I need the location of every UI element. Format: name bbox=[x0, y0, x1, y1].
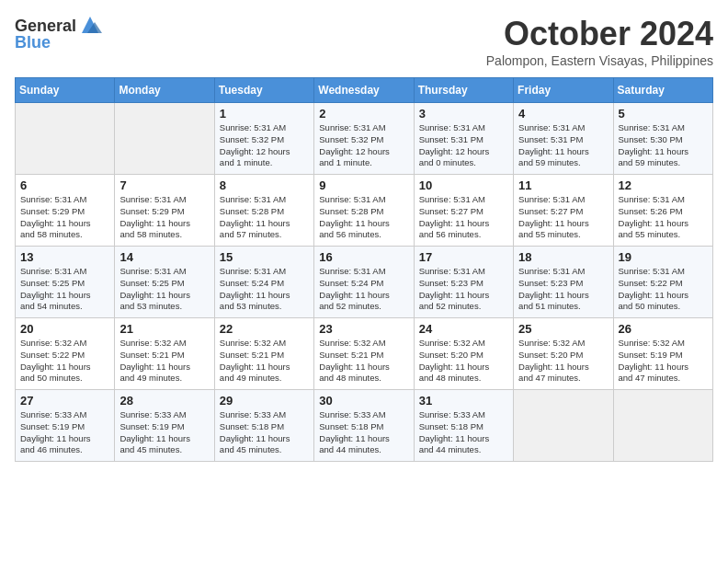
calendar-cell: 12Sunrise: 5:31 AM Sunset: 5:26 PM Dayli… bbox=[613, 175, 712, 247]
calendar-cell: 13Sunrise: 5:31 AM Sunset: 5:25 PM Dayli… bbox=[16, 247, 115, 318]
calendar-cell: 6Sunrise: 5:31 AM Sunset: 5:29 PM Daylig… bbox=[16, 175, 115, 247]
weekday-header: Wednesday bbox=[314, 78, 414, 103]
cell-info: Sunrise: 5:31 AM Sunset: 5:31 PM Dayligh… bbox=[518, 122, 608, 169]
calendar-cell: 31Sunrise: 5:33 AM Sunset: 5:18 PM Dayli… bbox=[414, 390, 513, 462]
day-number: 21 bbox=[119, 322, 209, 336]
cell-info: Sunrise: 5:31 AM Sunset: 5:27 PM Dayligh… bbox=[518, 194, 608, 241]
cell-info: Sunrise: 5:32 AM Sunset: 5:21 PM Dayligh… bbox=[319, 338, 408, 385]
cell-info: Sunrise: 5:31 AM Sunset: 5:24 PM Dayligh… bbox=[319, 266, 408, 313]
calendar-week-row: 20Sunrise: 5:32 AM Sunset: 5:22 PM Dayli… bbox=[16, 318, 713, 390]
weekday-header: Monday bbox=[115, 78, 214, 103]
calendar-week-row: 6Sunrise: 5:31 AM Sunset: 5:29 PM Daylig… bbox=[16, 175, 713, 247]
weekday-header: Saturday bbox=[613, 78, 712, 103]
cell-info: Sunrise: 5:33 AM Sunset: 5:18 PM Dayligh… bbox=[220, 409, 309, 456]
calendar-table: SundayMondayTuesdayWednesdayThursdayFrid… bbox=[15, 77, 713, 462]
calendar-cell: 27Sunrise: 5:33 AM Sunset: 5:19 PM Dayli… bbox=[16, 390, 115, 462]
day-number: 15 bbox=[220, 250, 309, 264]
cell-info: Sunrise: 5:32 AM Sunset: 5:20 PM Dayligh… bbox=[419, 338, 508, 385]
day-number: 22 bbox=[220, 322, 309, 336]
day-number: 18 bbox=[518, 250, 608, 264]
calendar-cell: 11Sunrise: 5:31 AM Sunset: 5:27 PM Dayli… bbox=[514, 175, 613, 247]
cell-info: Sunrise: 5:31 AM Sunset: 5:32 PM Dayligh… bbox=[319, 122, 408, 169]
calendar-cell: 8Sunrise: 5:31 AM Sunset: 5:28 PM Daylig… bbox=[214, 175, 313, 247]
cell-info: Sunrise: 5:33 AM Sunset: 5:18 PM Dayligh… bbox=[319, 409, 408, 456]
cell-info: Sunrise: 5:31 AM Sunset: 5:31 PM Dayligh… bbox=[419, 122, 508, 169]
cell-info: Sunrise: 5:33 AM Sunset: 5:18 PM Dayligh… bbox=[419, 409, 508, 456]
cell-info: Sunrise: 5:32 AM Sunset: 5:21 PM Dayligh… bbox=[119, 338, 209, 385]
day-number: 24 bbox=[419, 322, 508, 336]
calendar-cell: 25Sunrise: 5:32 AM Sunset: 5:20 PM Dayli… bbox=[514, 318, 613, 390]
location-subtitle: Palompon, Eastern Visayas, Philippines bbox=[486, 53, 713, 68]
day-number: 20 bbox=[20, 322, 109, 336]
month-title: October 2024 bbox=[486, 15, 713, 53]
cell-info: Sunrise: 5:31 AM Sunset: 5:30 PM Dayligh… bbox=[619, 122, 708, 169]
day-number: 2 bbox=[319, 107, 408, 121]
day-number: 29 bbox=[220, 394, 309, 408]
day-number: 30 bbox=[319, 394, 408, 408]
day-number: 3 bbox=[419, 107, 508, 121]
cell-info: Sunrise: 5:31 AM Sunset: 5:32 PM Dayligh… bbox=[220, 122, 309, 169]
title-block: October 2024 Palompon, Eastern Visayas, … bbox=[486, 15, 713, 68]
cell-info: Sunrise: 5:33 AM Sunset: 5:19 PM Dayligh… bbox=[20, 409, 109, 456]
cell-info: Sunrise: 5:31 AM Sunset: 5:25 PM Dayligh… bbox=[20, 266, 109, 313]
calendar-week-row: 27Sunrise: 5:33 AM Sunset: 5:19 PM Dayli… bbox=[16, 390, 713, 462]
day-number: 31 bbox=[419, 394, 508, 408]
calendar-cell: 20Sunrise: 5:32 AM Sunset: 5:22 PM Dayli… bbox=[16, 318, 115, 390]
calendar-cell bbox=[514, 390, 613, 462]
calendar-cell: 17Sunrise: 5:31 AM Sunset: 5:23 PM Dayli… bbox=[414, 247, 513, 318]
calendar-cell: 26Sunrise: 5:32 AM Sunset: 5:19 PM Dayli… bbox=[613, 318, 712, 390]
day-number: 25 bbox=[518, 322, 608, 336]
day-number: 27 bbox=[20, 394, 109, 408]
calendar-cell: 9Sunrise: 5:31 AM Sunset: 5:28 PM Daylig… bbox=[314, 175, 414, 247]
day-number: 17 bbox=[419, 250, 508, 264]
cell-info: Sunrise: 5:31 AM Sunset: 5:23 PM Dayligh… bbox=[518, 266, 608, 313]
cell-info: Sunrise: 5:31 AM Sunset: 5:24 PM Dayligh… bbox=[220, 266, 309, 313]
day-number: 4 bbox=[518, 107, 608, 121]
calendar-cell: 22Sunrise: 5:32 AM Sunset: 5:21 PM Dayli… bbox=[214, 318, 313, 390]
day-number: 12 bbox=[619, 178, 708, 192]
cell-info: Sunrise: 5:31 AM Sunset: 5:29 PM Dayligh… bbox=[119, 194, 209, 241]
cell-info: Sunrise: 5:31 AM Sunset: 5:29 PM Dayligh… bbox=[20, 194, 109, 241]
logo: General Blue bbox=[15, 15, 102, 52]
calendar-cell: 7Sunrise: 5:31 AM Sunset: 5:29 PM Daylig… bbox=[115, 175, 214, 247]
day-number: 13 bbox=[20, 250, 109, 264]
cell-info: Sunrise: 5:32 AM Sunset: 5:21 PM Dayligh… bbox=[220, 338, 309, 385]
calendar-cell: 30Sunrise: 5:33 AM Sunset: 5:18 PM Dayli… bbox=[314, 390, 414, 462]
calendar-cell bbox=[613, 390, 712, 462]
cell-info: Sunrise: 5:31 AM Sunset: 5:28 PM Dayligh… bbox=[220, 194, 309, 241]
day-number: 8 bbox=[220, 178, 309, 192]
weekday-header: Sunday bbox=[16, 78, 115, 103]
day-number: 23 bbox=[319, 322, 408, 336]
calendar-cell: 23Sunrise: 5:32 AM Sunset: 5:21 PM Dayli… bbox=[314, 318, 414, 390]
weekday-header: Friday bbox=[514, 78, 613, 103]
cell-info: Sunrise: 5:32 AM Sunset: 5:19 PM Dayligh… bbox=[619, 338, 708, 385]
calendar-cell: 24Sunrise: 5:32 AM Sunset: 5:20 PM Dayli… bbox=[414, 318, 513, 390]
cell-info: Sunrise: 5:31 AM Sunset: 5:23 PM Dayligh… bbox=[419, 266, 508, 313]
cell-info: Sunrise: 5:32 AM Sunset: 5:20 PM Dayligh… bbox=[518, 338, 608, 385]
calendar-cell: 16Sunrise: 5:31 AM Sunset: 5:24 PM Dayli… bbox=[314, 247, 414, 318]
calendar-cell: 28Sunrise: 5:33 AM Sunset: 5:19 PM Dayli… bbox=[115, 390, 214, 462]
calendar-week-row: 13Sunrise: 5:31 AM Sunset: 5:25 PM Dayli… bbox=[16, 247, 713, 318]
calendar-cell: 2Sunrise: 5:31 AM Sunset: 5:32 PM Daylig… bbox=[314, 103, 414, 175]
cell-info: Sunrise: 5:31 AM Sunset: 5:25 PM Dayligh… bbox=[119, 266, 209, 313]
calendar-cell: 15Sunrise: 5:31 AM Sunset: 5:24 PM Dayli… bbox=[214, 247, 313, 318]
day-number: 28 bbox=[119, 394, 209, 408]
calendar-cell: 18Sunrise: 5:31 AM Sunset: 5:23 PM Dayli… bbox=[514, 247, 613, 318]
logo-blue: Blue bbox=[15, 33, 51, 52]
calendar-cell: 19Sunrise: 5:31 AM Sunset: 5:22 PM Dayli… bbox=[613, 247, 712, 318]
day-number: 6 bbox=[20, 178, 109, 192]
day-number: 19 bbox=[619, 250, 708, 264]
weekday-header: Thursday bbox=[414, 78, 513, 103]
header-row: SundayMondayTuesdayWednesdayThursdayFrid… bbox=[16, 78, 713, 103]
calendar-cell: 14Sunrise: 5:31 AM Sunset: 5:25 PM Dayli… bbox=[115, 247, 214, 318]
calendar-week-row: 1Sunrise: 5:31 AM Sunset: 5:32 PM Daylig… bbox=[16, 103, 713, 175]
calendar-cell: 5Sunrise: 5:31 AM Sunset: 5:30 PM Daylig… bbox=[613, 103, 712, 175]
logo-icon bbox=[78, 13, 102, 37]
day-number: 14 bbox=[119, 250, 209, 264]
weekday-header: Tuesday bbox=[214, 78, 313, 103]
calendar-cell: 4Sunrise: 5:31 AM Sunset: 5:31 PM Daylig… bbox=[514, 103, 613, 175]
calendar-cell: 10Sunrise: 5:31 AM Sunset: 5:27 PM Dayli… bbox=[414, 175, 513, 247]
cell-info: Sunrise: 5:31 AM Sunset: 5:26 PM Dayligh… bbox=[619, 194, 708, 241]
calendar-cell: 1Sunrise: 5:31 AM Sunset: 5:32 PM Daylig… bbox=[214, 103, 313, 175]
day-number: 7 bbox=[119, 178, 209, 192]
